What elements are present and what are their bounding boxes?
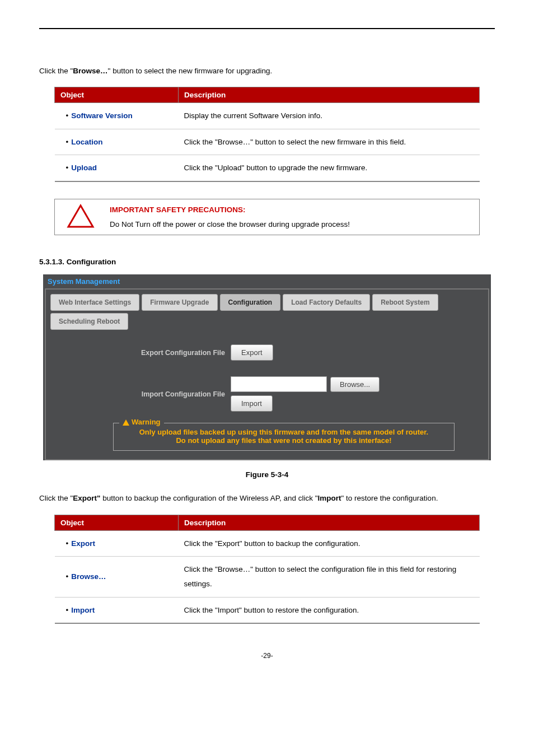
import-file-input[interactable] (231, 376, 327, 392)
top-rule (39, 28, 495, 29)
table-row: •Upload Click the "Upload" button to upg… (55, 155, 480, 181)
object-cell: •Browse… (55, 557, 179, 597)
desc-cell: Display the current Software Version inf… (179, 103, 480, 129)
safety-box: IMPORTANT SAFETY PRECAUTIONS: Do Not Tur… (54, 199, 480, 235)
bold: Export" (73, 494, 100, 502)
intro-paragraph-1: Click the "Browse…" button to select the… (39, 63, 495, 80)
tab-load-factory-defaults[interactable]: Load Factory Defaults (283, 294, 370, 311)
section-number: 5.3.1.3. (39, 258, 64, 266)
table-row: •Software Version Display the current So… (55, 103, 480, 129)
object-cell: •Software Version (55, 103, 179, 129)
table-row: •Browse… Click the "Browse…" button to s… (55, 557, 480, 597)
text: " to restore the configuration. (341, 494, 438, 502)
label: Location (71, 138, 102, 146)
table-header-row: Object Description (55, 515, 480, 530)
text: Click the " (39, 67, 73, 75)
table-configuration: Object Description •Export Click the "Ex… (54, 515, 480, 624)
tab-reboot-system[interactable]: Reboot System (372, 294, 438, 311)
bold: Import (318, 494, 341, 502)
import-row: Import Configuration File Browse... Impo… (46, 361, 488, 412)
label: Upload (71, 164, 97, 172)
text: " button to select the new firmware for … (108, 67, 273, 75)
desc-cell: Click the "Upload" button to upgrade the… (179, 155, 480, 181)
system-management-panel: System Management Web Interface Settings… (43, 274, 491, 460)
tab-configuration[interactable]: Configuration (220, 294, 281, 311)
warn-title: IMPORTANT SAFETY PRECAUTIONS: (110, 206, 246, 214)
label: Import (71, 606, 95, 614)
browse-button[interactable]: Browse... (330, 377, 380, 392)
tab-scheduling-reboot[interactable]: Scheduling Reboot (50, 313, 128, 330)
object-cell: •Import (55, 597, 179, 623)
col-description: Description (179, 515, 480, 530)
label: Software Version (71, 111, 133, 120)
table-row: •Export Click the "Export" button to bac… (55, 530, 480, 557)
export-button[interactable]: Export (231, 344, 273, 361)
desc-cell: Click the "Export" button to backup the … (179, 530, 480, 557)
warning-triangle-icon (123, 419, 129, 426)
figure-caption: Figure 5-3-4 (39, 470, 495, 479)
text: Click the " (39, 494, 73, 502)
panel-inner: Web Interface Settings Firmware Upgrade … (45, 288, 489, 460)
object-cell: •Upload (55, 155, 179, 181)
section-title: Configuration (67, 258, 116, 266)
col-object: Object (55, 515, 179, 530)
object-cell: •Export (55, 530, 179, 557)
tab-web-interface-settings[interactable]: Web Interface Settings (50, 294, 139, 311)
table-firmware: Object Description •Software Version Dis… (54, 87, 480, 182)
desc-cell: Click the "Browse…" button to select the… (179, 129, 480, 155)
page-number: -29- (39, 652, 495, 660)
col-object: Object (55, 87, 179, 103)
table-row: •Location Click the "Browse…" button to … (55, 129, 480, 155)
warning-line-1: Only upload files backed up using this f… (120, 428, 447, 436)
export-row: Export Configuration File Export (46, 334, 488, 361)
col-description: Description (179, 87, 480, 103)
warning-legend-text: Warning (132, 418, 161, 426)
text: button to backup the configuration of th… (100, 494, 317, 502)
tabs-row: Web Interface Settings Firmware Upgrade … (46, 290, 488, 334)
export-label: Export Configuration File (57, 349, 231, 357)
label: Browse… (71, 572, 106, 581)
import-button[interactable]: Import (231, 395, 273, 412)
upload-warning-box: Warning Only upload files backed up usin… (113, 423, 455, 451)
object-cell: •Location (55, 129, 179, 155)
panel-title: System Management (43, 274, 491, 288)
warning-line-2: Do not upload any files that were not cr… (120, 436, 447, 445)
warn-text-cell: IMPORTANT SAFETY PRECAUTIONS: Do Not Tur… (106, 199, 480, 235)
import-label: Import Configuration File (57, 390, 231, 398)
table-header-row: Object Description (55, 87, 480, 103)
warning-legend: Warning (119, 418, 164, 426)
desc-cell: Click the "Browse…" button to select the… (179, 557, 480, 597)
desc-cell: Click the "Import" button to restore the… (179, 597, 480, 623)
section-heading: 5.3.1.3. Configuration (39, 258, 495, 266)
file-controls: Browse... Import (231, 376, 380, 412)
warn-body: Do Not Turn off the power or close the b… (110, 220, 350, 228)
warn-icon-cell (55, 199, 107, 235)
bold: Browse… (73, 67, 107, 75)
tab-firmware-upgrade[interactable]: Firmware Upgrade (142, 294, 217, 311)
intro-paragraph-2: Click the "Export" button to backup the … (39, 490, 495, 507)
table-row: •Import Click the "Import" button to res… (55, 597, 480, 623)
label: Export (71, 539, 95, 548)
warning-triangle-icon (67, 204, 95, 228)
svg-marker-0 (68, 206, 93, 227)
